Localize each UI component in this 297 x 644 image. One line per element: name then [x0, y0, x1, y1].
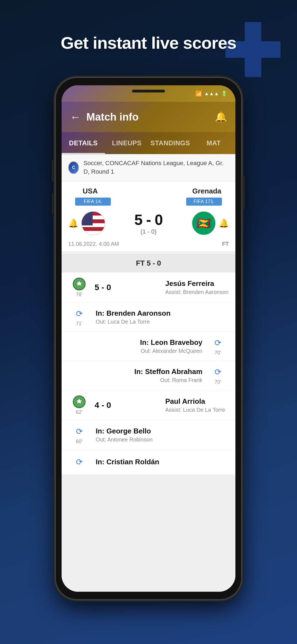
event-icon-time-3: ⟳ 70' — [207, 337, 229, 356]
status-bar: 📶 ▲▲▲ 🔋 — [62, 85, 235, 102]
volume-down-button — [52, 193, 54, 215]
tab-lineups[interactable]: LINEUPS — [105, 132, 148, 154]
match-score: 5 - 0 — [134, 211, 163, 228]
tab-details[interactable]: DETAILS — [62, 132, 105, 154]
app-header: ← Match info 🔔 — [62, 102, 235, 132]
event-player-out-6: Out: Antonee Robinson — [96, 436, 229, 443]
event-icon-time-4: ⟳ 70' — [207, 366, 229, 385]
event-player-in-6: In: George Bello — [96, 427, 229, 435]
substitution-icon: ⟳ — [73, 425, 85, 438]
event-time-6: 60' — [76, 439, 82, 444]
event-info-3: In: Leon Braveboy Out: Alexander McQueen — [68, 338, 207, 354]
home-team-name: USA — [68, 187, 112, 195]
event-time-2: 71' — [76, 321, 82, 327]
event-time-5: 62' — [76, 410, 82, 415]
event-time-4: 70' — [215, 379, 221, 385]
event-player-5: Paul Arriola — [165, 397, 229, 406]
match-status: FT — [222, 241, 229, 247]
event-player-in-7: In: Cristian Roldán — [96, 458, 229, 466]
halftime-score: (1 - 0) — [134, 228, 163, 235]
home-bell-icon[interactable]: 🔔 — [68, 218, 78, 228]
substitution-icon: ⟳ — [73, 308, 85, 320]
notification-bell-icon[interactable]: 🔔 — [215, 111, 227, 123]
event-player-in-4: In: Steffon Abraham — [71, 367, 202, 376]
soccer-ball-icon — [73, 395, 86, 408]
phone-screen: 📶 ▲▲▲ 🔋 ← Match info 🔔 DETAILS LINEUPS S… — [62, 85, 235, 592]
event-row: ⟳ In: Cristian Roldán — [62, 450, 235, 474]
tabs-bar: DETAILS LINEUPS STANDINGS MAT — [62, 132, 235, 154]
event-row: ⟳ 60' In: George Bello Out: Antonee Robi… — [62, 421, 235, 450]
event-info-2: In: Brenden Aaronson Out: Luca De La Tor… — [90, 309, 229, 325]
event-row: ⟳ 71' In: Brenden Aaronson Out: Luca De … — [62, 303, 235, 332]
status-icons: 📶 ▲▲▲ 🔋 — [195, 90, 227, 97]
signal-icon: ▲▲▲ — [204, 91, 219, 97]
substitution-icon: ⟳ — [73, 456, 85, 468]
tab-mat[interactable]: MAT — [192, 132, 235, 154]
event-info-5: Paul Arriola Assist: Luca De La Torre — [163, 397, 229, 413]
grenada-flag — [192, 211, 216, 235]
event-icon-time-7: ⟳ — [68, 456, 90, 468]
event-assist-5: Assist: Luca De La Torre — [165, 407, 229, 413]
header-title: Match info — [86, 111, 215, 123]
event-row: 62' 4 - 0 Paul Arriola Assist: Luca De L… — [62, 390, 235, 421]
event-player-in-2: In: Brenden Aaronson — [96, 309, 229, 318]
event-row: In: Steffon Abraham Out: Roma Frank ⟳ 70… — [62, 361, 235, 390]
event-info-4: In: Steffon Abraham Out: Roma Frank — [68, 367, 207, 383]
power-button — [243, 176, 245, 209]
flags-score-row: 🔔 5 - 0 (1 - 0) 🔔 — [68, 211, 229, 235]
event-icon-time-2: ⟳ 71' — [68, 308, 90, 327]
volume-up-button — [52, 160, 54, 182]
screen-content: C Soccer, CONCACAF Nations League, Leagu… — [62, 154, 235, 592]
events-section: FT 5 - 0 78' 5 - 0 Jesús Ferre — [62, 254, 235, 474]
away-flag-section: 🔔 — [192, 211, 229, 235]
home-team-section: FIFA 14. — [68, 198, 118, 208]
away-fifa-badge: FIFA 171. — [186, 198, 222, 206]
fifa-badges-row: FIFA 14. FIFA 171. — [68, 198, 229, 208]
substitution-icon: ⟳ — [212, 337, 224, 349]
tab-standings[interactable]: STANDINGS — [148, 132, 192, 154]
score-section: 5 - 0 (1 - 0) — [134, 211, 163, 235]
event-player-1: Jesús Ferreira — [165, 279, 229, 288]
event-row: 78' 5 - 0 Jesús Ferreira Assist: Brenden… — [62, 272, 235, 303]
away-team-section: FIFA 171. — [179, 198, 229, 208]
phone-speaker — [132, 90, 165, 92]
league-name: Soccer, CONCACAF Nations League, League … — [83, 159, 229, 176]
away-bell-icon[interactable]: 🔔 — [219, 218, 229, 228]
event-info-1: Jesús Ferreira Assist: Brenden Aaronson — [163, 279, 229, 295]
match-footer: 11.06.2022. 4:00 AM FT — [68, 239, 229, 247]
event-player-out-3: Out: Alexander McQueen — [71, 348, 202, 354]
usa-flag — [81, 211, 105, 235]
concacaf-logo: C — [68, 161, 79, 174]
match-date: 11.06.2022. 4:00 AM — [68, 241, 119, 247]
battery-icon: 🔋 — [221, 91, 227, 97]
wifi-icon: 📶 — [195, 90, 202, 97]
event-info-7: In: Cristian Roldán — [90, 458, 229, 466]
events-header: FT 5 - 0 — [62, 254, 235, 272]
event-icon-time-6: ⟳ 60' — [68, 425, 90, 444]
substitution-icon: ⟳ — [212, 366, 224, 378]
teams-name-row: USA Grenada — [68, 187, 229, 195]
back-button[interactable]: ← — [70, 111, 81, 123]
event-info-6: In: George Bello Out: Antonee Robinson — [90, 427, 229, 443]
page-background-title: Get instant live scores — [0, 33, 297, 53]
event-player-out-2: Out: Luca De La Torre — [96, 319, 229, 325]
event-row: In: Leon Braveboy Out: Alexander McQueen… — [62, 332, 235, 361]
match-card: USA Grenada FIFA 14. FIFA 171. — [62, 181, 235, 252]
event-time-3: 70' — [215, 350, 221, 356]
event-player-in-3: In: Leon Braveboy — [71, 338, 202, 347]
event-time-1: 78' — [76, 292, 82, 298]
event-icon-time-5: 62' — [68, 395, 90, 415]
soccer-ball-icon — [73, 277, 86, 291]
event-score-1: 5 - 0 — [90, 283, 163, 292]
away-team-name: Grenada — [185, 187, 229, 195]
event-player-out-4: Out: Roma Frank — [71, 377, 202, 383]
phone-mockup: 📶 ▲▲▲ 🔋 ← Match info 🔔 DETAILS LINEUPS S… — [55, 77, 242, 600]
home-fifa-badge: FIFA 14. — [75, 198, 111, 206]
event-icon-time-1: 78' — [68, 277, 90, 298]
event-score-5: 4 - 0 — [90, 400, 163, 410]
league-info-bar: C Soccer, CONCACAF Nations League, Leagu… — [62, 154, 235, 181]
home-flag-section: 🔔 — [68, 211, 105, 235]
event-assist-1: Assist: Brenden Aaronson — [165, 289, 229, 295]
